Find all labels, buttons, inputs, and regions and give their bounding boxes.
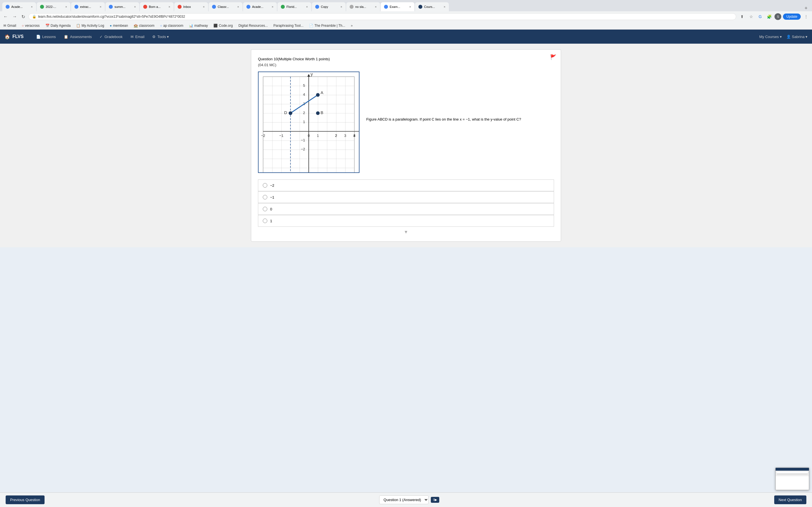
browser-tab[interactable]: Inbox × bbox=[174, 2, 208, 11]
radio-c[interactable] bbox=[263, 207, 267, 211]
nav-right: My Courses ▾ 👤 Sabrina ▾ bbox=[759, 35, 808, 39]
svg-text:4: 4 bbox=[303, 93, 305, 97]
radio-d[interactable] bbox=[263, 219, 267, 223]
toolbar-icons: ⬆ ☆ G 🧩 S Update ⋮ bbox=[739, 13, 810, 20]
my-courses-link[interactable]: My Courses ▾ bbox=[759, 35, 782, 39]
menu-icon[interactable]: ⋮ bbox=[802, 13, 810, 20]
answer-choice-a[interactable]: −2 bbox=[258, 179, 554, 191]
radio-a[interactable] bbox=[263, 183, 267, 187]
flag-icon[interactable]: 🚩 bbox=[550, 54, 556, 60]
bookmark-paraphrasing[interactable]: Paraphrasing Tool... bbox=[272, 23, 305, 28]
svg-text:y: y bbox=[310, 71, 313, 76]
svg-text:−1: −1 bbox=[301, 138, 305, 142]
question-worth: (Multiple Choice Worth 1 points) bbox=[278, 57, 330, 61]
bookmark-classroom[interactable]: 🏫classroom bbox=[133, 23, 156, 28]
nav-links: 📄 Lessons 📋 Assessments ✓ Gradebook ✉ Em… bbox=[33, 33, 759, 41]
nav-gradebook[interactable]: ✓ Gradebook bbox=[96, 33, 126, 41]
question-number: Question 10 bbox=[258, 57, 278, 61]
browser-tab[interactable]: extrac... × bbox=[71, 2, 105, 11]
new-tab-button[interactable]: + bbox=[802, 5, 810, 11]
svg-text:A: A bbox=[320, 91, 323, 95]
nav-email[interactable]: ✉ Email bbox=[127, 33, 148, 41]
question-text: Figure ABCD is a parallelogram. If point… bbox=[366, 71, 554, 122]
tab-bar: Acade... × 2022-... × extrac... × summ..… bbox=[0, 0, 812, 11]
browser-tab[interactable]: Acade... × bbox=[2, 2, 36, 11]
browser-tab[interactable]: 2022-... × bbox=[37, 2, 70, 11]
puzzle-icon[interactable]: 🧩 bbox=[765, 13, 773, 20]
nav-assessments[interactable]: 📋 Assessments bbox=[60, 33, 95, 41]
question-subheader: (04.01 MC) bbox=[258, 63, 554, 67]
extension-icon[interactable]: G bbox=[756, 13, 764, 20]
choice-b-label: −1 bbox=[270, 195, 274, 200]
bookmark-codeorg[interactable]: ⬛Code.org bbox=[212, 23, 234, 28]
bookmark-mathway[interactable]: 📊mathway bbox=[188, 23, 209, 28]
bookmarks-bar: ✉Gmail ○veracross 📅Daily Agenda 📋My Acti… bbox=[0, 22, 812, 30]
graph-container: x y −2 −1 0 1 2 3 5 4 3 2 1 bbox=[258, 71, 359, 174]
choice-a-label: −2 bbox=[270, 183, 274, 187]
browser-chrome: Acade... × 2022-... × extrac... × summ..… bbox=[0, 0, 812, 30]
update-button[interactable]: Update bbox=[783, 13, 801, 20]
browser-tab[interactable]: Copy × bbox=[312, 2, 346, 11]
question-container: Question 10(Multiple Choice Worth 1 poin… bbox=[251, 49, 561, 242]
reload-button[interactable]: ↻ bbox=[20, 13, 26, 20]
coordinate-graph: x y −2 −1 0 1 2 3 5 4 3 2 1 bbox=[258, 71, 359, 173]
bookmark-digital-resources[interactable]: Digital Resources... bbox=[238, 23, 269, 28]
svg-text:−1: −1 bbox=[280, 133, 284, 138]
more-bookmarks-button[interactable]: » bbox=[351, 24, 353, 27]
user-profile-link[interactable]: 👤 Sabrina ▾ bbox=[786, 35, 808, 39]
svg-text:1: 1 bbox=[317, 133, 319, 138]
nav-tools[interactable]: ⚙ Tools ▾ bbox=[149, 33, 172, 41]
bookmark-ap-classroom[interactable]: ○ap classroom bbox=[159, 23, 185, 28]
browser-tab[interactable]: no sla... × bbox=[346, 2, 380, 11]
browser-tab[interactable]: Cours... × bbox=[415, 2, 449, 11]
answer-choice-d[interactable]: 1 bbox=[258, 215, 554, 227]
svg-text:0: 0 bbox=[308, 133, 310, 138]
browser-tab[interactable]: Florid... × bbox=[277, 2, 311, 11]
profile-icon[interactable]: S bbox=[774, 13, 781, 20]
svg-point-31 bbox=[289, 111, 292, 115]
flvs-navigation: 🏠 FLVS 📄 Lessons 📋 Assessments ✓ Gradebo… bbox=[0, 30, 812, 44]
main-content: Question 10(Multiple Choice Worth 1 poin… bbox=[0, 44, 812, 247]
browser-tab[interactable]: Classr... × bbox=[209, 2, 243, 11]
nav-lessons[interactable]: 📄 Lessons bbox=[33, 33, 59, 41]
bookmark-icon[interactable]: ☆ bbox=[748, 13, 755, 20]
answer-choice-c[interactable]: 0 bbox=[258, 203, 554, 215]
svg-text:2: 2 bbox=[303, 111, 305, 115]
svg-text:2: 2 bbox=[335, 133, 337, 138]
browser-tab[interactable]: summ... × bbox=[105, 2, 139, 11]
question-body: x y −2 −1 0 1 2 3 5 4 3 2 1 bbox=[258, 71, 554, 174]
svg-text:5: 5 bbox=[303, 83, 305, 88]
lessons-icon: 📄 bbox=[36, 35, 41, 39]
question-header: Question 10(Multiple Choice Worth 1 poin… bbox=[258, 56, 554, 61]
bookmark-daily-agenda[interactable]: 📅Daily Agenda bbox=[44, 23, 72, 28]
browser-tab[interactable]: Born a... × bbox=[140, 2, 174, 11]
scroll-down-icon: ▼ bbox=[404, 230, 408, 234]
svg-marker-5 bbox=[307, 74, 310, 76]
choice-d-label: 1 bbox=[270, 219, 272, 223]
bookmark-membean[interactable]: ●membean bbox=[109, 23, 129, 28]
email-icon: ✉ bbox=[131, 35, 134, 39]
share-icon[interactable]: ⬆ bbox=[739, 13, 746, 20]
forward-button[interactable]: → bbox=[11, 13, 18, 20]
bookmark-veracross[interactable]: ○veracross bbox=[20, 23, 41, 28]
bookmark-activity-log[interactable]: 📋My Activity Log bbox=[75, 23, 105, 28]
address-bar[interactable]: 🔒 learn.flvs.net/educator/student/examfo… bbox=[29, 13, 736, 20]
url-text: learn.flvs.net/educator/student/examform… bbox=[38, 15, 732, 18]
svg-marker-4 bbox=[359, 130, 359, 133]
back-button[interactable]: ← bbox=[2, 13, 9, 20]
svg-text:−2: −2 bbox=[261, 133, 265, 138]
answer-choice-b[interactable]: −1 bbox=[258, 191, 554, 203]
bookmark-gmail[interactable]: ✉Gmail bbox=[2, 23, 17, 28]
browser-tab[interactable]: Exam... × bbox=[380, 2, 414, 11]
radio-b[interactable] bbox=[263, 195, 267, 200]
svg-point-29 bbox=[316, 111, 320, 115]
svg-text:D: D bbox=[284, 110, 287, 115]
browser-tab[interactable]: Acade... × bbox=[243, 2, 277, 11]
svg-text:3: 3 bbox=[344, 133, 346, 138]
gradebook-icon: ✓ bbox=[100, 35, 103, 39]
flvs-logo[interactable]: 🏠 FLVS bbox=[4, 34, 24, 40]
svg-text:1: 1 bbox=[303, 120, 305, 124]
bookmark-preamble[interactable]: 📄The Preamble | Th... bbox=[308, 23, 346, 28]
tools-icon: ⚙ bbox=[152, 35, 156, 39]
assessments-icon: 📋 bbox=[64, 35, 68, 39]
